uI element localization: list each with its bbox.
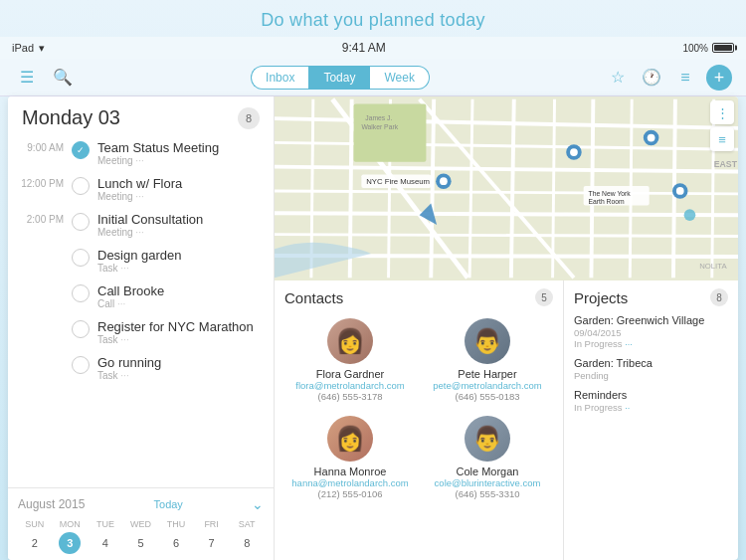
event-name: Register for NYC Marathon [97,319,264,334]
list-icon[interactable]: ≡ [672,65,698,91]
toolbar-left: ☰ 🔍 [14,65,76,91]
project-name: Reminders [574,389,728,401]
event-item[interactable]: Register for NYC Marathon Task ··· [8,314,274,350]
project-date: 09/04/2015 [574,327,728,338]
contacts-header: Contacts 5 [284,288,553,306]
avatar: 👩 [327,416,373,462]
cal-day[interactable]: 3 [59,532,81,554]
toolbar: ☰ 🔍 Inbox Today Week ☆ 🕐 ≡ + [0,59,746,96]
tagline: Do what you planned today [261,0,485,37]
contact-name: Cole Morgan [457,466,519,477]
map-area: James J. Walker Park NYC Fire Museum [275,96,738,280]
event-time: 2:00 PM [18,212,64,225]
cal-dow: SUN [18,518,52,530]
map-toolbar: ⋮ ≡ [710,100,734,151]
project-name: Garden: Greenwich Village [574,314,728,326]
cal-header: August 2015 Today ⌄ [18,496,264,512]
right-panel: James J. Walker Park NYC Fire Museum [275,96,738,560]
wifi-icon: ▾ [39,42,45,55]
event-content: Go running Task ··· [97,355,264,381]
contact-card[interactable]: 👨 Cole Morgan cole@blurinteractive.com (… [422,412,553,503]
status-bar: iPad ▾ 9:41 AM 100% [0,37,746,59]
event-content: Design garden Task ··· [97,248,264,274]
status-right: 100% [682,43,734,54]
contacts-badge: 5 [535,288,553,306]
project-name: Garden: Tribeca [574,357,728,369]
contact-email[interactable]: hanna@metrolandarch.com [291,477,408,488]
cal-day[interactable]: 8 [236,532,258,554]
event-type: Meeting ··· [97,227,264,238]
svg-line-6 [275,235,738,237]
battery-label: 100% [682,43,708,54]
menu-icon[interactable]: ☰ [14,65,40,91]
contact-email[interactable]: flora@metrolandarch.com [295,380,404,391]
projects-panel: Projects 8 Garden: Greenwich Village 09/… [564,280,738,560]
event-name: Design garden [97,248,264,263]
segment-control: Inbox Today Week [251,66,430,90]
contact-email[interactable]: pete@metrolandarch.com [433,380,541,391]
event-item[interactable]: 12:00 PM Lunch w/ Flora Meeting ··· [8,171,274,207]
cal-day[interactable]: 5 [129,532,151,554]
svg-point-27 [570,148,578,156]
svg-rect-21 [354,104,427,162]
event-name: Team Status Meeting [97,140,264,155]
event-item[interactable]: 2:00 PM Initial Consultation Meeting ··· [8,207,274,243]
left-panel: Monday 03 8 9:00 AM ✓ Team Status Meetin… [8,96,275,560]
svg-point-32 [684,209,696,221]
event-type: Task ··· [97,334,264,345]
cal-dow: FRI [195,518,229,530]
events-list: 9:00 AM ✓ Team Status Meeting Meeting ··… [8,135,274,487]
today-tab[interactable]: Today [308,66,370,90]
contact-name: Pete Harper [458,368,516,380]
cal-nav-icon[interactable]: ⌄ [252,496,264,512]
event-item[interactable]: Call Brooke Call ··· [8,279,274,314]
contact-card[interactable]: 👩 Flora Gardner flora@metrolandarch.com … [284,314,416,406]
clock-icon[interactable]: 🕐 [639,65,664,91]
project-item[interactable]: Garden: Tribeca Pending [574,357,728,381]
event-time [18,283,64,285]
cal-day[interactable]: 7 [201,532,223,554]
event-type: Call ··· [97,298,264,309]
event-time: 9:00 AM [18,140,64,153]
event-content: Team Status Meeting Meeting ··· [97,140,264,166]
toolbar-right: ☆ 🕐 ≡ + [605,65,732,91]
contact-email[interactable]: cole@blurinteractive.com [435,477,541,488]
event-name: Initial Consultation [97,212,264,227]
search-icon[interactable]: 🔍 [50,65,76,91]
cal-today-btn[interactable]: Today [154,498,183,510]
contacts-panel: Contacts 5 👩 Flora Gardner flora@metrola… [275,280,564,560]
contact-card[interactable]: 👩 Hanna Monroe hanna@metrolandarch.com (… [284,412,416,503]
event-item[interactable]: Go running Task ··· [8,350,274,386]
battery-icon [712,43,734,53]
cal-grid: SUNMONTUEWEDTHUFRISAT2345678 [18,518,264,554]
contact-phone: (646) 555-3310 [456,488,520,499]
svg-point-31 [676,187,684,195]
status-left: iPad ▾ [12,42,45,55]
map-list-btn[interactable]: ≡ [710,127,734,151]
date-header: Monday 03 8 [8,96,274,135]
event-content: Initial Consultation Meeting ··· [97,212,264,238]
event-item[interactable]: 9:00 AM ✓ Team Status Meeting Meeting ··… [8,135,274,171]
event-item[interactable]: Design garden Task ··· [8,243,274,279]
add-button[interactable]: + [706,65,732,91]
map-menu-btn[interactable]: ⋮ [710,100,734,124]
event-status-icon [72,249,90,267]
cal-day[interactable]: 6 [165,532,187,554]
week-tab[interactable]: Week [370,66,429,90]
star-icon[interactable]: ☆ [605,65,631,91]
status-time: 9:41 AM [342,41,386,55]
cal-dow: SAT [230,518,264,530]
svg-point-25 [440,177,448,185]
contact-phone: (212) 555-0106 [318,488,383,499]
project-item[interactable]: Garden: Greenwich Village 09/04/2015 In … [574,314,728,349]
svg-line-5 [275,213,738,215]
avatar: 👩 [327,318,373,364]
cal-day[interactable]: 4 [94,532,116,554]
cal-day[interactable]: 2 [24,532,46,554]
project-item[interactable]: Reminders In Progress ·· [574,389,728,413]
event-status-icon [72,177,90,195]
event-type: Task ··· [97,370,264,381]
contact-card[interactable]: 👨 Pete Harper pete@metrolandarch.com (64… [422,314,553,406]
project-status: In Progress ··· [574,338,728,349]
inbox-tab[interactable]: Inbox [251,66,308,90]
